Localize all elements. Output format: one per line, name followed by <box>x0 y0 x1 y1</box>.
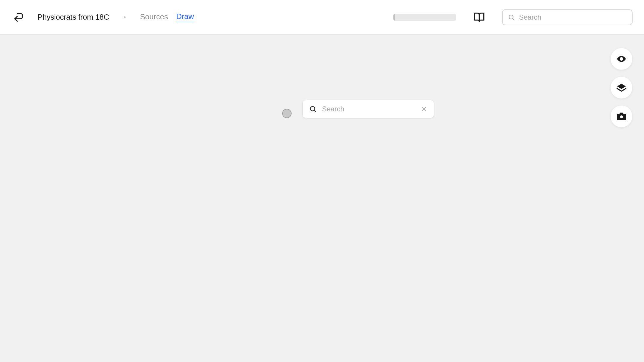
visibility-button[interactable] <box>611 48 632 70</box>
svg-point-0 <box>509 15 513 19</box>
book-icon <box>474 12 485 23</box>
side-tools <box>611 48 632 127</box>
header-search-input[interactable] <box>519 13 627 21</box>
search-icon <box>508 14 515 21</box>
search-icon <box>309 105 317 113</box>
screenshot-button[interactable] <box>611 106 632 127</box>
svg-line-3 <box>314 111 316 112</box>
tab-sources[interactable]: Sources <box>140 12 168 22</box>
graph-node[interactable] <box>282 109 292 118</box>
page-title: Physiocrats from 18C <box>37 13 109 22</box>
svg-line-1 <box>513 18 514 20</box>
svg-point-2 <box>310 106 315 111</box>
book-button[interactable] <box>473 11 485 23</box>
close-icon <box>420 106 427 113</box>
progress-fill <box>393 14 395 21</box>
canvas-search-input[interactable] <box>322 105 415 113</box>
layers-button[interactable] <box>611 77 632 98</box>
header-search[interactable] <box>502 10 632 25</box>
layers-icon <box>616 82 627 93</box>
header: Physiocrats from 18C Sources Draw <box>0 0 644 35</box>
tabs: Sources Draw <box>140 12 194 22</box>
separator-dot <box>124 16 126 18</box>
svg-marker-7 <box>617 84 626 89</box>
svg-point-6 <box>621 58 622 60</box>
svg-point-8 <box>620 115 623 118</box>
camera-icon <box>616 111 626 121</box>
eye-icon <box>616 54 627 64</box>
back-button[interactable] <box>12 10 26 24</box>
tab-draw[interactable]: Draw <box>176 12 194 22</box>
progress-bar[interactable] <box>393 14 456 21</box>
close-button[interactable] <box>420 106 427 113</box>
canvas[interactable] <box>0 35 644 362</box>
back-arrow-icon <box>13 11 25 23</box>
canvas-search-popup <box>303 100 434 118</box>
